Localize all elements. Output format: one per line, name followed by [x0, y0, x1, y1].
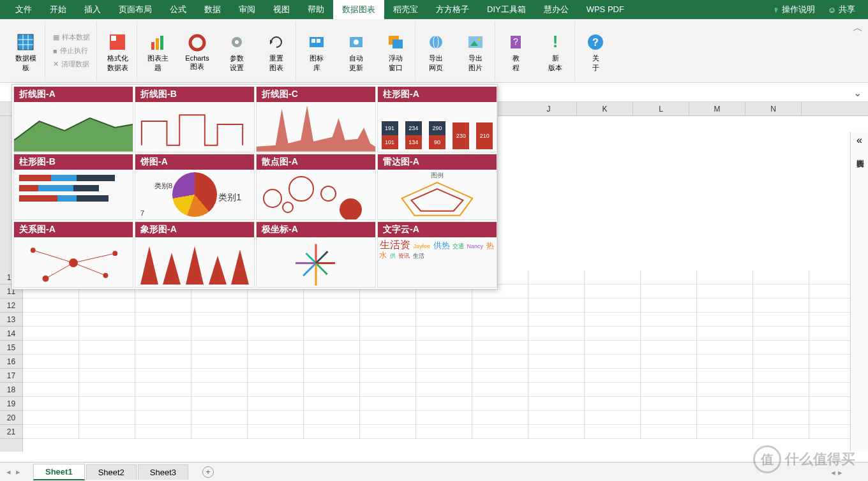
- export-img-button[interactable]: 导出 图片: [460, 29, 491, 73]
- cell[interactable]: [528, 285, 585, 299]
- menu-view[interactable]: 视图: [264, 0, 299, 19]
- cell[interactable]: [697, 383, 753, 397]
- cell[interactable]: [248, 383, 304, 397]
- float-window-button[interactable]: 浮动 窗口: [380, 29, 411, 73]
- cell[interactable]: [23, 327, 79, 341]
- cell[interactable]: [360, 313, 416, 327]
- menu-formula[interactable]: 公式: [161, 0, 195, 19]
- cell[interactable]: [585, 425, 641, 439]
- menu-diy-tools[interactable]: DIY工具箱: [478, 0, 535, 19]
- sheet-tab-2[interactable]: Sheet2: [86, 464, 137, 480]
- cell[interactable]: [641, 270, 697, 285]
- cell[interactable]: [23, 355, 79, 369]
- cell[interactable]: [585, 313, 641, 327]
- template-radar-a[interactable]: 雷达图-A 图例: [377, 154, 497, 220]
- menu-fangfang[interactable]: 方方格子: [427, 0, 478, 19]
- cell[interactable]: [360, 383, 416, 397]
- cell[interactable]: [248, 369, 304, 383]
- template-bar-b[interactable]: 柱形图-B: [13, 154, 133, 220]
- stop-exec-button[interactable]: ■停止执行: [50, 45, 93, 57]
- cell[interactable]: [585, 299, 641, 313]
- cell[interactable]: [528, 411, 585, 425]
- cell[interactable]: [304, 383, 360, 397]
- cell[interactable]: [528, 327, 585, 341]
- cell[interactable]: [79, 299, 135, 313]
- cell[interactable]: [697, 299, 753, 313]
- col-header[interactable]: N: [745, 102, 802, 115]
- cell[interactable]: [528, 313, 585, 327]
- cell[interactable]: [416, 425, 472, 439]
- sheet-tab-1[interactable]: Sheet1: [33, 464, 85, 480]
- cell[interactable]: [585, 270, 641, 285]
- template-wordcloud-a[interactable]: 文字云-A 生活资 Jayfee 供热 交通 Nancy 热水 供 资讯 生活: [377, 221, 497, 288]
- cell[interactable]: [528, 425, 585, 439]
- format-table-button[interactable]: 格式化 数据表: [102, 29, 133, 73]
- menu-file[interactable]: 文件: [6, 0, 41, 19]
- sheet-nav-first-icon[interactable]: ◂: [6, 467, 11, 477]
- cell[interactable]: [248, 397, 304, 411]
- cell[interactable]: [304, 327, 360, 341]
- cell[interactable]: [23, 341, 79, 355]
- cell[interactable]: [416, 327, 472, 341]
- cell[interactable]: [304, 425, 360, 439]
- menu-daoke[interactable]: 稻壳宝: [384, 0, 427, 19]
- cell[interactable]: [23, 397, 79, 411]
- cell[interactable]: [753, 425, 809, 439]
- cell[interactable]: [416, 313, 472, 327]
- menu-page-layout[interactable]: 页面布局: [110, 0, 161, 19]
- cell[interactable]: [472, 355, 528, 369]
- chart-theme-button[interactable]: 图表主 题: [142, 29, 173, 73]
- icon-lib-button[interactable]: 图标 库: [301, 29, 332, 73]
- cell[interactable]: [191, 327, 248, 341]
- menu-wps-pdf[interactable]: WPS PDF: [578, 0, 633, 19]
- cell[interactable]: [79, 397, 135, 411]
- cell[interactable]: [585, 355, 641, 369]
- cell[interactable]: [135, 397, 191, 411]
- cell[interactable]: [585, 341, 641, 355]
- cell[interactable]: [697, 270, 753, 285]
- cell[interactable]: [191, 355, 248, 369]
- cell[interactable]: [416, 299, 472, 313]
- about-button[interactable]: ?关 于: [580, 29, 611, 73]
- cell[interactable]: [528, 355, 585, 369]
- cell[interactable]: [248, 341, 304, 355]
- new-version-button[interactable]: !新 版本: [540, 29, 571, 73]
- auto-update-button[interactable]: 自动 更新: [341, 29, 371, 73]
- cell[interactable]: [641, 313, 697, 327]
- menu-huiban[interactable]: 慧办公: [535, 0, 578, 19]
- cell[interactable]: [641, 383, 697, 397]
- template-polar-a[interactable]: 极坐标-A: [256, 221, 376, 288]
- collapse-ribbon-icon[interactable]: ︿: [853, 22, 863, 35]
- cell[interactable]: [528, 397, 585, 411]
- cell[interactable]: [23, 411, 79, 425]
- cell[interactable]: [191, 299, 248, 313]
- cell[interactable]: [135, 369, 191, 383]
- cell[interactable]: [585, 327, 641, 341]
- cell[interactable]: [23, 383, 79, 397]
- sheet-tab-3[interactable]: Sheet3: [138, 464, 188, 480]
- cell[interactable]: [23, 313, 79, 327]
- data-template-button[interactable]: 数据模 板: [10, 29, 41, 73]
- row-header[interactable]: 19: [0, 397, 22, 411]
- row-header[interactable]: 15: [0, 341, 22, 355]
- row-header[interactable]: 20: [0, 411, 22, 425]
- template-bar-a[interactable]: 柱形图-A 191101 234134 29090 230 210: [377, 86, 497, 152]
- cell[interactable]: [472, 341, 528, 355]
- cell[interactable]: [416, 411, 472, 425]
- cell[interactable]: [191, 397, 248, 411]
- template-line-c[interactable]: 折线图-C: [256, 86, 376, 152]
- template-pictogram-a[interactable]: 象形图-A: [135, 221, 255, 288]
- template-line-a[interactable]: 折线图-A: [13, 86, 133, 152]
- cell[interactable]: [585, 369, 641, 383]
- add-sheet-button[interactable]: +: [202, 466, 214, 478]
- echarts-button[interactable]: Echarts 图表: [182, 30, 213, 71]
- cell[interactable]: [753, 327, 809, 341]
- sample-data-button[interactable]: ▦样本数据: [50, 31, 93, 43]
- cell[interactable]: [248, 327, 304, 341]
- cell[interactable]: [641, 299, 697, 313]
- cell[interactable]: [191, 425, 248, 439]
- cell[interactable]: [753, 355, 809, 369]
- cell[interactable]: [641, 285, 697, 299]
- cell[interactable]: [360, 341, 416, 355]
- menu-home[interactable]: 开始: [41, 0, 75, 19]
